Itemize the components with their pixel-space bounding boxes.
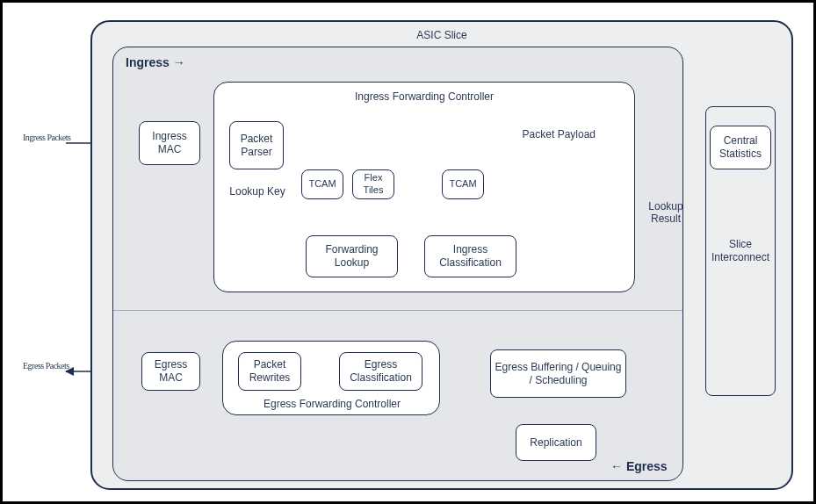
egress-section-label: ← Egress xyxy=(610,459,668,473)
replication-node: Replication xyxy=(516,424,596,461)
packet-rewrites-node: Packet Rewrites xyxy=(238,352,301,391)
egress-buffering-label: Egress Buffering / Queuing / Scheduling xyxy=(493,361,624,387)
packet-parser-node: Packet Parser xyxy=(229,121,284,169)
egress-mac-node: Egress MAC xyxy=(141,352,200,391)
lookup-key-label: Lookup Key xyxy=(227,185,288,198)
ingress-classification-label: Ingress Classification xyxy=(427,243,514,270)
asic-slice-title: ASIC Slice xyxy=(354,29,530,41)
ingress-packets-label: Ingress Packets xyxy=(23,133,71,142)
lookup-result-label: Lookup Result xyxy=(639,200,692,226)
packet-parser-label: Packet Parser xyxy=(232,133,281,159)
packet-payload-label: Packet Payload xyxy=(490,128,596,140)
egress-classification-node: Egress Classification xyxy=(339,352,422,391)
egress-mac-label: Egress MAC xyxy=(144,358,198,385)
flex-tiles-label: Flex Tiles xyxy=(355,172,392,197)
egress-packets-label: Egress Packets xyxy=(23,361,71,371)
central-statistics-label: Central Statistics xyxy=(712,134,769,161)
tcam2-label: TCAM xyxy=(449,178,476,191)
replication-label: Replication xyxy=(530,436,581,450)
packet-rewrites-label: Packet Rewrites xyxy=(241,358,299,385)
ingress-mac-label: Ingress MAC xyxy=(141,130,198,156)
flex-tiles-node: Flex Tiles xyxy=(352,169,394,199)
ingress-classification-node: Ingress Classification xyxy=(424,235,516,277)
ifc-title: Ingress Forwarding Controller xyxy=(336,90,512,103)
slice-interconnect-label: Slice Interconnect xyxy=(708,238,773,264)
tcam1-node: TCAM xyxy=(301,169,343,199)
egress-classification-label: Egress Classification xyxy=(342,358,420,385)
ingress-mac-node: Ingress MAC xyxy=(139,121,200,165)
tcam2-node: TCAM xyxy=(442,169,484,199)
egress-buffering-node: Egress Buffering / Queuing / Scheduling xyxy=(490,349,626,398)
forwarding-lookup-node: Forwarding Lookup xyxy=(306,235,398,277)
efc-title: Egress Forwarding Controller xyxy=(244,398,420,410)
central-statistics-node: Central Statistics xyxy=(710,126,771,169)
forwarding-lookup-label: Forwarding Lookup xyxy=(308,243,395,270)
ingress-section-label: Ingress → xyxy=(126,55,185,69)
diagram-frame: Ingress Packets Egress Packets ASIC Slic… xyxy=(0,0,816,504)
tcam1-label: TCAM xyxy=(308,178,336,191)
section-divider xyxy=(113,310,682,311)
